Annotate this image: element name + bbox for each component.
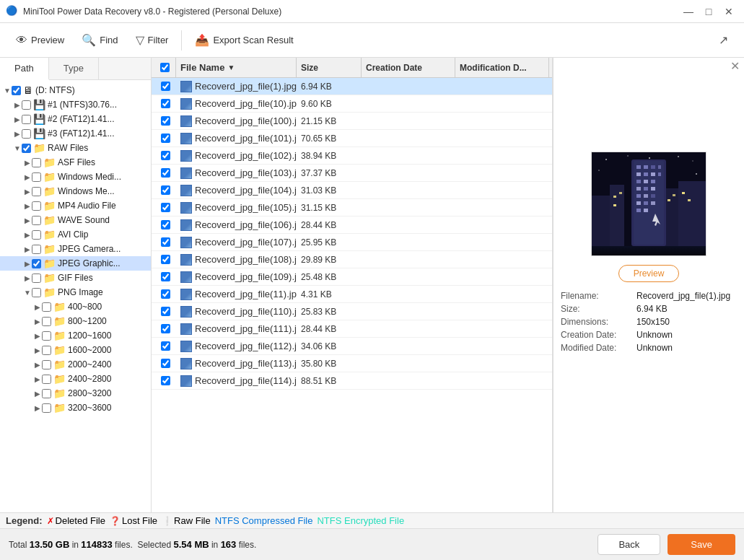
table-row[interactable]: Recoverd_jpg_file(113).jpg35.80 KB	[152, 355, 552, 372]
expander-MP4Audio[interactable]: ▶	[23, 202, 32, 210]
export-button[interactable]: 📤 Export Scan Result	[188, 30, 300, 51]
expander-s1600_2000[interactable]: ▶	[33, 346, 42, 354]
table-row[interactable]: Recoverd_jpg_file(108).jpg29.89 KB	[152, 251, 552, 268]
file-checkbox-5[interactable]	[161, 168, 170, 178]
expander-FAT2[interactable]: ▶	[13, 130, 22, 138]
table-row[interactable]: Recoverd_jpg_file(106).jpg28.44 KB	[152, 216, 552, 234]
table-row[interactable]: Recoverd_jpg_file(110).jpg25.83 KB	[152, 303, 552, 320]
th-modification-date[interactable]: Modification D...	[455, 58, 549, 77]
table-row[interactable]: Recoverd_jpg_file(103).jpg37.37 KB	[152, 165, 552, 182]
file-checkbox-7[interactable]	[161, 203, 170, 212]
tree-item-JPEGGraphic[interactable]: ▶📁JPEG Graphic...	[0, 256, 151, 271]
checkbox-WindowsMe[interactable]	[32, 187, 41, 196]
close-preview-button[interactable]: ✕	[730, 61, 740, 72]
expander-PNGImage[interactable]: ▼	[23, 289, 32, 297]
tree-item-RAWFiles[interactable]: ▼📁RAW Files	[0, 141, 151, 155]
table-row[interactable]: Recoverd_jpg_file(105).jpg31.15 KB	[152, 199, 552, 216]
file-checkbox-0[interactable]	[161, 82, 170, 91]
tree-item-MP4Audio[interactable]: ▶📁MP4 Audio File	[0, 198, 151, 213]
tree-item-ASFFiles[interactable]: ▶📁ASF Files	[0, 155, 151, 170]
tree-item-WindowsMedi[interactable]: ▶📁Windows Medi...	[0, 170, 151, 184]
save-button[interactable]: Save	[668, 534, 735, 555]
checkbox-WindowsMedi[interactable]	[32, 172, 41, 182]
checkbox-FAT1[interactable]	[22, 115, 31, 124]
tree-item-s800_1200[interactable]: ▶📁800~1200	[0, 314, 151, 328]
tree-item-GIFFiles[interactable]: ▶📁GIF Files	[0, 271, 151, 285]
checkbox-s400_800[interactable]	[42, 302, 51, 312]
checkbox-s1200_1600[interactable]	[42, 331, 51, 341]
minimize-button[interactable]: —	[679, 4, 698, 19]
file-checkbox-15[interactable]	[161, 341, 170, 351]
checkbox-PNGImage[interactable]	[32, 288, 41, 297]
th-creation-date[interactable]: Creation Date	[362, 58, 455, 77]
preview-button[interactable]: 👁 Preview	[9, 30, 71, 51]
file-checkbox-8[interactable]	[161, 220, 170, 229]
checkbox-s2000_2400[interactable]	[42, 360, 51, 369]
preview-action-button[interactable]: Preview	[618, 265, 680, 282]
th-size[interactable]: Size	[297, 58, 362, 77]
tab-path[interactable]: Path	[0, 58, 49, 80]
tree-item-s400_800[interactable]: ▶📁400~800	[0, 299, 151, 314]
checkbox-RAWFiles[interactable]	[22, 144, 31, 153]
tree-item-FAT1[interactable]: ▶💾#2 (FAT12)1.41...	[0, 112, 151, 126]
checkbox-GIFFiles[interactable]	[32, 274, 41, 283]
expander-JPEGCamera[interactable]: ▶	[23, 245, 32, 253]
file-checkbox-11[interactable]	[161, 272, 170, 281]
table-row[interactable]: Recoverd_jpg_file(109).jpg25.48 KB	[152, 268, 552, 286]
checkbox-s2400_2800[interactable]	[42, 375, 51, 384]
file-checkbox-1[interactable]	[161, 99, 170, 108]
tree-item-WAVESound[interactable]: ▶📁WAVE Sound	[0, 213, 151, 227]
table-row[interactable]: Recoverd_jpg_file(112).jpg34.06 KB	[152, 338, 552, 355]
tree-item-s1600_2000[interactable]: ▶📁1600~2000	[0, 343, 151, 357]
table-row[interactable]: Recoverd_jpg_file(104).jpg31.03 KB	[152, 182, 552, 199]
back-button[interactable]: Back	[598, 534, 660, 555]
checkbox-s3200_3600[interactable]	[42, 403, 51, 413]
share-button[interactable]: ↗	[712, 30, 735, 51]
tree-item-WindowsMe[interactable]: ▶📁Windows Me...	[0, 184, 151, 198]
tree-item-s2800_3200[interactable]: ▶📁2800~3200	[0, 386, 151, 401]
table-row[interactable]: Recoverd_jpg_file(101).jpg70.65 KB	[152, 130, 552, 147]
table-row[interactable]: Recoverd_jpg_file(111).jpg28.44 KB	[152, 320, 552, 338]
tree-item-PNGImage[interactable]: ▼📁PNG Image	[0, 285, 151, 299]
tree-item-FAT2[interactable]: ▶💾#3 (FAT12)1.41...	[0, 126, 151, 141]
file-checkbox-6[interactable]	[161, 185, 170, 195]
checkbox-s1600_2000[interactable]	[42, 346, 51, 355]
expander-FAT1[interactable]: ▶	[13, 115, 22, 123]
expander-WAVESound[interactable]: ▶	[23, 216, 32, 224]
checkbox-JPEGCamera[interactable]	[32, 245, 41, 254]
tree-item-AVIClip[interactable]: ▶📁AVI Clip	[0, 227, 151, 242]
table-row[interactable]: Recoverd_jpg_file(11).jpg4.31 KB	[152, 286, 552, 303]
expander-D_NTFS[interactable]: ▼	[3, 87, 12, 95]
file-checkbox-9[interactable]	[161, 237, 170, 247]
expander-s2400_2800[interactable]: ▶	[33, 375, 42, 383]
file-checkbox-4[interactable]	[161, 151, 170, 160]
expander-GIFFiles[interactable]: ▶	[23, 274, 32, 282]
tree-item-s3200_3600[interactable]: ▶📁3200~3600	[0, 401, 151, 415]
th-filename[interactable]: File Name ▼	[176, 58, 297, 77]
file-checkbox-14[interactable]	[161, 324, 170, 333]
file-checkbox-17[interactable]	[161, 376, 170, 385]
checkbox-AVIClip[interactable]	[32, 230, 41, 240]
table-row[interactable]: Recoverd_jpg_file(100).jpg21.15 KB	[152, 113, 552, 130]
expander-WindowsMedi[interactable]: ▶	[23, 173, 32, 181]
checkbox-s800_1200[interactable]	[42, 317, 51, 326]
tab-type[interactable]: Type	[49, 58, 99, 79]
table-row[interactable]: Recoverd_jpg_file(114).jpg88.51 KB	[152, 372, 552, 390]
checkbox-FAT2[interactable]	[22, 129, 31, 139]
table-row[interactable]: Recoverd_jpg_file(102).jpg38.94 KB	[152, 147, 552, 165]
maximize-button[interactable]: □	[699, 4, 718, 19]
checkbox-MP4Audio[interactable]	[32, 201, 41, 211]
select-all-checkbox[interactable]	[160, 63, 170, 72]
expander-AVIClip[interactable]: ▶	[23, 231, 32, 239]
expander-s1200_1600[interactable]: ▶	[33, 332, 42, 340]
expander-s3200_3600[interactable]: ▶	[33, 404, 42, 412]
file-checkbox-2[interactable]	[161, 116, 170, 126]
close-button[interactable]: ✕	[719, 4, 738, 19]
tree-item-s2000_2400[interactable]: ▶📁2000~2400	[0, 357, 151, 372]
tree-item-s2400_2800[interactable]: ▶📁2400~2800	[0, 372, 151, 386]
checkbox-WAVESound[interactable]	[32, 216, 41, 225]
file-checkbox-12[interactable]	[161, 289, 170, 299]
expander-s800_1200[interactable]: ▶	[33, 318, 42, 325]
filter-button[interactable]: ▽ Filter	[128, 30, 176, 51]
checkbox-D_NTFS[interactable]	[12, 86, 21, 95]
